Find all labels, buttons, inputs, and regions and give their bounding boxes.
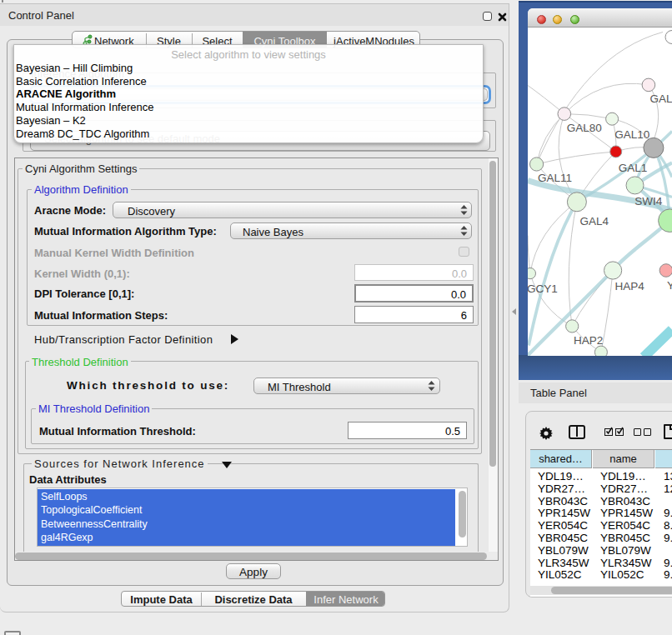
svg-text:GAL7: GAL7 <box>649 92 672 105</box>
svg-text:GAL80: GAL80 <box>567 122 602 134</box>
svg-text:HAP2: HAP2 <box>574 334 603 347</box>
svg-text:GAL4: GAL4 <box>580 215 609 228</box>
svg-text:SWI4: SWI4 <box>634 195 662 208</box>
svg-text:GAL10: GAL10 <box>614 128 649 141</box>
svg-text:GAL1: GAL1 <box>619 162 648 174</box>
svg-text:GCY1: GCY1 <box>528 282 558 295</box>
svg-text:HAP4: HAP4 <box>615 280 645 292</box>
svg-text:Y: Y <box>667 279 672 292</box>
svg-text:GAL11: GAL11 <box>538 172 572 184</box>
